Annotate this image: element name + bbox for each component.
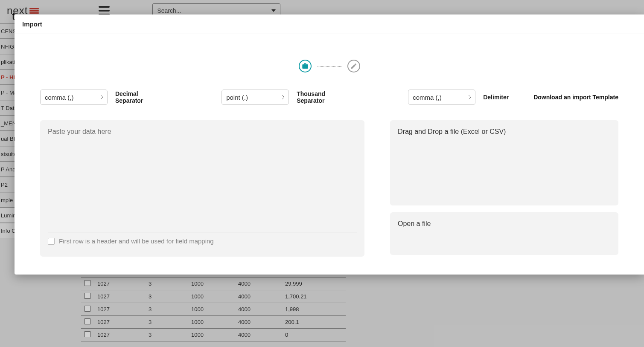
table-row: 10273100040001,700.21 xyxy=(81,290,346,303)
import-stepper xyxy=(40,60,618,72)
modal-title: Import xyxy=(15,14,644,34)
file-open-zone[interactable]: Open a file xyxy=(390,212,618,255)
drop-zone-label: Drag and Drop a file (Excel or CSV) xyxy=(398,128,506,135)
sidebar-item-12[interactable]: Lumin xyxy=(0,208,16,223)
sidebar-item-7[interactable]: ual BI xyxy=(0,131,16,146)
step-2-edit[interactable] xyxy=(347,60,360,72)
sidebar-item-0[interactable]: CENSE_ xyxy=(0,23,16,39)
sidebar: CENSE_NFIGplikatioP - HRP - MaT Data_MEN… xyxy=(0,23,16,238)
sidebar-item-5[interactable]: T Data xyxy=(0,100,16,116)
sidebar-item-3[interactable]: P - HR xyxy=(0,69,16,85)
paste-panel: First row is a header and will be used f… xyxy=(40,120,364,257)
table-row: 1027310004000200.1 xyxy=(81,316,346,329)
logo-stripes-icon xyxy=(29,8,39,14)
first-row-header-option[interactable]: First row is a header and will be used f… xyxy=(48,237,357,245)
checkbox-icon[interactable] xyxy=(48,238,55,245)
briefcase-icon xyxy=(302,63,309,69)
sidebar-item-2[interactable]: plikatio xyxy=(0,54,16,69)
download-template-link[interactable]: Download an import Template xyxy=(533,94,618,101)
sidebar-item-6[interactable]: _MENU xyxy=(0,116,16,131)
row-checkbox[interactable] xyxy=(85,331,90,337)
row-checkbox[interactable] xyxy=(85,293,90,299)
decimal-separator-label: Decimal Separator xyxy=(115,90,163,104)
sidebar-item-4[interactable]: P - Ma xyxy=(0,85,16,100)
sidebar-item-1[interactable]: NFIG xyxy=(0,39,16,54)
first-row-header-label: First row is a header and will be used f… xyxy=(59,237,214,245)
row-checkbox[interactable] xyxy=(85,306,90,312)
table-row: 102731000400029,999 xyxy=(81,278,346,290)
background-data-table: 102731000400029,99910273100040001,700.21… xyxy=(81,277,346,341)
caret-down-icon xyxy=(271,9,276,12)
decimal-separator-select[interactable]: comma (,) xyxy=(40,90,108,105)
sidebar-item-10[interactable]: P2 xyxy=(0,177,16,192)
sidebar-item-8[interactable]: stsuite xyxy=(0,146,16,162)
paste-data-textarea[interactable] xyxy=(48,128,357,232)
hamburger-menu-icon[interactable] xyxy=(99,6,110,15)
file-drop-zone[interactable]: Drag and Drop a file (Excel or CSV) xyxy=(390,120,618,205)
thousand-separator-label: Thousand Separator xyxy=(297,90,349,104)
sidebar-item-9[interactable]: P Anal xyxy=(0,162,16,177)
delimiter-select[interactable]: comma (,) xyxy=(408,90,475,105)
sidebar-item-13[interactable]: Info C xyxy=(0,223,16,238)
sidebar-item-11[interactable]: mple D xyxy=(0,192,16,208)
row-checkbox[interactable] xyxy=(85,318,90,324)
step-1-source[interactable] xyxy=(299,60,312,72)
thousand-separator-select[interactable]: point (.) xyxy=(221,90,289,105)
step-connector xyxy=(318,66,341,67)
search-placeholder: Search... xyxy=(157,7,181,14)
import-controls: comma (,) Decimal Separator point (.) Th… xyxy=(40,90,618,105)
pencil-icon xyxy=(350,63,357,69)
table-row: 10273100040000 xyxy=(81,329,346,341)
delimiter-label: Delimiter xyxy=(483,94,509,101)
table-row: 10273100040001,998 xyxy=(81,303,346,316)
row-checkbox[interactable] xyxy=(85,280,90,286)
import-modal: Import comma (,) Decimal Separator point… xyxy=(15,14,644,275)
open-file-label: Open a file xyxy=(398,220,431,227)
